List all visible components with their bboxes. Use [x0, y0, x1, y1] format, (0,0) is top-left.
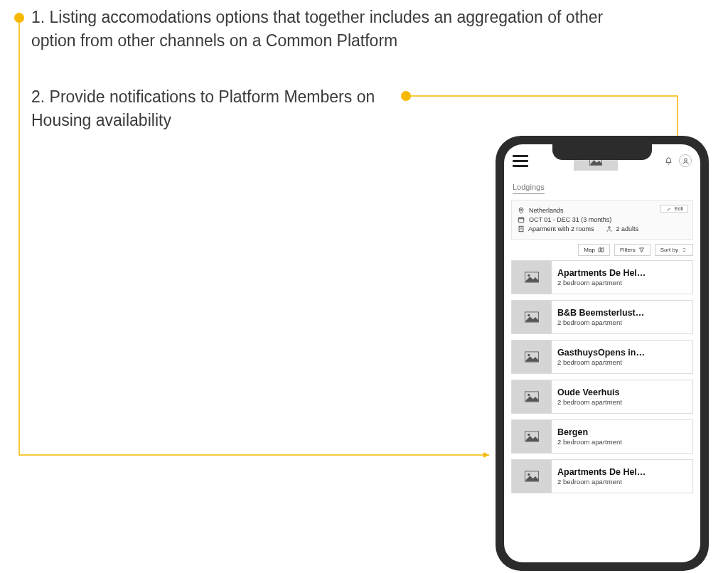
phone-notch — [552, 144, 652, 160]
image-placeholder-icon — [512, 380, 552, 413]
svg-point-16 — [528, 394, 530, 396]
image-placeholder-icon — [512, 341, 552, 373]
annotation-1: 1. Listing accomodations options that to… — [31, 6, 628, 53]
filters-label: Filters — [620, 247, 636, 253]
listing-card[interactable]: B&B Beemsterlust…2 bedroom apartment — [511, 300, 693, 334]
listing-title: Apartments De Hel… — [557, 467, 687, 477]
image-placeholder-icon — [512, 261, 552, 294]
svg-rect-6 — [518, 218, 524, 223]
summary-location: Netherlands — [529, 207, 564, 214]
svg-point-4 — [684, 158, 687, 161]
map-icon — [598, 247, 604, 253]
image-placeholder-icon — [512, 460, 552, 493]
listing-title: Oude Veerhuis — [557, 387, 687, 397]
listing-subtitle: 2 bedroom apartment — [557, 358, 687, 366]
phone-frame: Lodgings Edit Netherlands OCT 01 - DEC 3… — [496, 136, 709, 571]
listing-subtitle: 2 bedroom apartment — [557, 438, 687, 446]
summary-guests: 2 adults — [616, 225, 639, 232]
search-summary: Edit Netherlands OCT 01 - DEC 31 (3 mont… — [511, 200, 693, 240]
phone-screen: Lodgings Edit Netherlands OCT 01 - DEC 3… — [504, 144, 700, 562]
listing-subtitle: 2 bedroom apartment — [557, 398, 687, 406]
map-button[interactable]: Map — [578, 244, 610, 256]
listing-title: GasthuysOpens in… — [557, 348, 687, 358]
bell-icon[interactable] — [663, 156, 673, 166]
summary-type: Aparment with 2 rooms — [528, 225, 594, 232]
user-icon[interactable] — [679, 154, 692, 167]
listing-subtitle: 2 bedroom apartment — [557, 279, 687, 286]
svg-point-10 — [528, 274, 530, 277]
image-placeholder-icon — [512, 420, 552, 453]
listing-subtitle: 2 bedroom apartment — [557, 478, 687, 486]
listing-card[interactable]: Apartments De Hel…2 bedroom apartment — [511, 459, 693, 493]
sort-button[interactable]: Sort by — [655, 244, 693, 256]
listings-column: Apartments De Hel…2 bedroom apartmentB&B… — [504, 260, 700, 493]
listing-title: Apartments De Hel… — [557, 268, 687, 278]
building-icon — [518, 225, 525, 232]
svg-point-20 — [528, 473, 530, 476]
svg-marker-0 — [483, 452, 489, 458]
listing-subtitle: 2 bedroom apartment — [557, 318, 687, 326]
svg-point-18 — [528, 434, 530, 436]
listing-title: Bergen — [557, 427, 687, 437]
listing-card[interactable]: GasthuysOpens in…2 bedroom apartment — [511, 340, 693, 374]
calendar-icon — [518, 216, 525, 223]
svg-point-5 — [520, 209, 522, 210]
annotation-2: 2. Provide notifications to Platform Mem… — [31, 85, 401, 133]
svg-rect-7 — [519, 226, 523, 232]
sort-label: Sort by — [660, 247, 678, 253]
image-placeholder-icon — [512, 301, 552, 333]
summary-dates: OCT 01 - DEC 31 (3 months) — [529, 216, 611, 223]
bullet-1 — [14, 13, 24, 23]
pin-icon — [518, 207, 525, 214]
sort-icon — [681, 247, 687, 253]
listing-card[interactable]: Apartments De Hel…2 bedroom apartment — [511, 260, 693, 294]
svg-point-8 — [608, 227, 610, 229]
edit-label: Edit — [675, 206, 683, 211]
svg-point-12 — [528, 314, 530, 316]
edit-button[interactable]: Edit — [660, 205, 688, 213]
bullet-2 — [401, 91, 411, 101]
filters-button[interactable]: Filters — [614, 244, 651, 256]
tab-lodgings[interactable]: Lodgings — [513, 183, 545, 194]
listing-card[interactable]: Oude Veerhuis2 bedroom apartment — [511, 380, 693, 414]
filter-icon — [638, 247, 645, 253]
menu-icon[interactable] — [513, 155, 528, 167]
svg-point-14 — [528, 354, 530, 356]
map-label: Map — [584, 247, 595, 253]
listing-card[interactable]: Bergen2 bedroom apartment — [511, 419, 693, 454]
person-icon — [606, 225, 613, 232]
listing-title: B&B Beemsterlust… — [557, 308, 687, 318]
